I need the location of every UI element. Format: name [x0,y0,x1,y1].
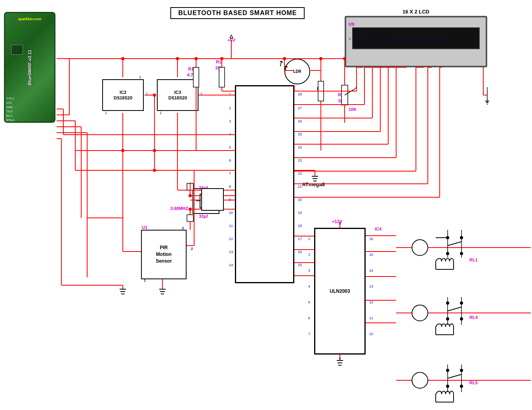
uln-pin12: 12 [369,300,373,304]
pir-u-label: U1 [142,225,147,230]
svg-point-141 [412,305,428,321]
r10-label: R10 [188,67,196,71]
bt-name-label: BlueSMiRF-v2.11 [27,50,32,85]
atm-pin20: 20 [298,198,302,202]
svg-rect-102 [187,215,193,221]
svg-point-148 [460,317,463,320]
atm-pin27: 27 [298,106,302,110]
lcd-pin-16: 16 [441,37,450,41]
uln-pin7: 7 [308,332,310,336]
atm-pin26: 26 [298,119,302,123]
svg-point-147 [460,301,463,305]
lcd-pin-12: 12 [406,37,415,41]
cap1-label: 33pf [199,185,208,190]
atm-pin18: 18 [298,224,302,228]
ic4-label: IC4 [375,227,381,231]
pir-pin2: 2 [191,246,193,252]
atm-pin13: 13 [229,250,233,254]
uln-pin4: 4 [308,284,310,288]
svg-point-135 [460,252,463,255]
svg-point-167 [176,57,179,60]
ic2-pin3: 3 [139,75,141,79]
svg-point-134 [460,236,463,239]
bt-site-label: sparkfun.com [18,17,41,21]
svg-point-170 [283,57,286,60]
atmega8-chip: 1 2 3 4 5 6 7 8 9 10 11 12 13 14 28 27 2… [235,85,294,283]
uln-pin8: 8 [339,357,341,360]
uln-pin6: 6 [308,316,310,320]
svg-point-158 [446,385,449,388]
svg-rect-27 [219,67,225,87]
lcd-u-label: U9 [349,22,354,27]
lcd-pin-14: 14 [424,37,433,41]
vcc5-label: +5V [227,38,235,42]
rl1-label: RL1 [469,257,478,262]
lcd-pin-5: 5 [380,37,389,41]
atm-pin1: 1 [229,92,231,96]
svg-point-154 [412,372,428,388]
svg-point-173 [153,93,156,97]
atm-pin11: 11 [229,224,233,228]
ic2-pin1: 1 [105,111,107,115]
bluetooth-module: sparkfun.com BlueSMiRF-v2.11 CTS-1 VCC G… [4,12,55,123]
lcd-pin-6: 6 [389,37,398,41]
svg-point-168 [194,57,198,60]
svg-rect-50 [318,81,324,101]
lcd-pin-3: 3 [363,37,372,41]
vcc12-label: +12V [332,219,342,224]
svg-line-57 [355,87,357,89]
atm-pin17: 17 [298,237,302,241]
ic3-pin1: 1 [160,111,162,115]
lcd-pin-15: 15 [433,37,441,41]
rl5-label: RL5 [469,380,478,385]
uln-pin2: 2 [308,253,310,257]
svg-point-161 [460,385,463,388]
r1-label: R1 [216,59,221,64]
lcd-pin-13: 13 [415,37,424,41]
svg-point-145 [446,317,449,320]
lcd-pin-1: 1 [345,37,354,41]
atm-pin2: 2 [229,106,231,110]
rl4-label: RL4 [469,315,478,320]
svg-point-144 [446,301,449,305]
svg-point-171 [319,57,322,60]
crystal-freq: 3.68MHZ [170,206,188,211]
svg-point-160 [460,369,463,372]
lcd-module: 16 X 2 LCD [345,16,487,67]
atm-pin28: 28 [298,92,302,96]
svg-point-131 [446,236,449,239]
r1-val: 10k [215,65,222,70]
svg-point-174 [121,149,124,152]
uln-pin16: 16 [369,237,373,241]
svg-rect-1 [200,194,212,208]
uln-pin5: 5 [308,300,310,304]
r1-pot-label: R1 [317,86,322,91]
svg-line-159 [448,374,461,378]
ldr-label: LDR [293,69,301,74]
uln2003-chip: ULN2003 1 2 3 4 5 6 7 16 15 14 13 12 11 … [314,228,366,355]
atm-pin22: 22 [298,172,302,175]
atm-pin16: 16 [298,250,302,254]
svg-point-175 [153,149,156,152]
svg-point-126 [412,240,428,256]
svg-point-132 [446,252,449,255]
ic3-pin2: 2 [200,92,202,96]
svg-point-176 [153,169,156,172]
pir-label: PIR Motion Sensor [156,244,172,264]
atm-pin5: 5 [229,145,231,149]
uln-pin11: 11 [369,316,373,320]
schematic-title: BLUETOOTH BASED SMART HOME [170,7,305,19]
atm-pin3: 3 [229,119,231,123]
pir-sensor: PIR Motion Sensor 3 2 1 [141,230,187,279]
atm-pin15: 15 [298,263,302,267]
atmega-label: ATmega8 [302,181,325,187]
uln-pin10: 10 [369,332,373,336]
atm-pin10: 10 [229,211,233,215]
lcd-pin-row: 1 2 3 4 5 6 11 12 13 14 15 16 [345,37,450,41]
uln-pin15: 15 [369,253,373,257]
crystal-component [193,188,219,214]
r2-label: R2 [338,92,343,97]
svg-line-146 [448,307,461,311]
atm-pin8: 8 [229,185,231,189]
r10-val: 4.7k [187,72,195,77]
